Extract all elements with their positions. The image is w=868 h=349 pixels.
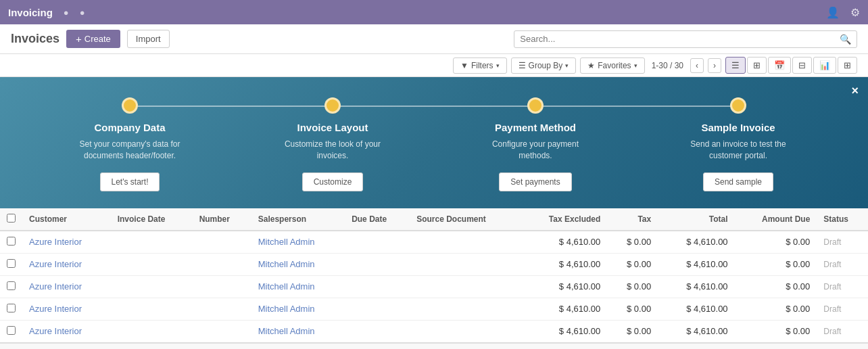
search-bar: 🔍 (514, 30, 857, 48)
status-badge: Draft (823, 282, 841, 292)
row-checkbox[interactable] (7, 237, 16, 246)
table-row: Azure Interior Mitchell Admin $ 4,610.00… (0, 298, 868, 320)
status-badge: Draft (823, 237, 841, 247)
cell-salesperson[interactable]: Mitchell Admin (251, 253, 345, 275)
salesperson-link[interactable]: Mitchell Admin (258, 259, 315, 269)
col-customer[interactable]: Customer (22, 208, 111, 231)
step-btn-4[interactable]: Send sample (703, 172, 773, 191)
row-checkbox-cell[interactable] (0, 253, 22, 275)
salesperson-link[interactable]: Mitchell Admin (258, 281, 315, 292)
filters-button[interactable]: ▼ Filters ▾ (453, 57, 507, 74)
cell-number (193, 320, 251, 343)
step-btn-1[interactable]: Let's start! (100, 172, 160, 191)
groupby-label: Group By (529, 61, 563, 70)
wizard-step-company: Company Data Set your company's data for… (28, 97, 231, 191)
cell-invoice-date (111, 320, 193, 343)
status-badge: Draft (823, 260, 841, 269)
user-icon[interactable]: 👤 (826, 6, 840, 19)
step-btn-2[interactable]: Customize (302, 172, 364, 191)
kanban-view-button[interactable]: ⊞ (747, 57, 767, 74)
groupby-button[interactable]: ☰ Group By ▾ (511, 57, 577, 74)
salesperson-link[interactable]: Mitchell Admin (258, 326, 315, 336)
groupby-icon: ☰ (519, 61, 526, 70)
create-button[interactable]: Create (66, 30, 120, 48)
import-button[interactable]: Import (127, 30, 170, 48)
salesperson-link[interactable]: Mitchell Admin (258, 304, 315, 314)
cell-due-date (345, 275, 410, 298)
row-checkbox[interactable] (7, 326, 16, 335)
step-btn-3[interactable]: Set payments (499, 172, 571, 191)
col-number[interactable]: Number (193, 208, 251, 231)
nav-icon-2: ● (80, 7, 85, 18)
favorites-button[interactable]: ★ Favorites ▾ (580, 57, 644, 74)
status-badge: Draft (823, 327, 841, 336)
wizard-close-button[interactable]: × (851, 84, 859, 98)
cell-customer[interactable]: Azure Interior (22, 320, 111, 343)
wizard-step-payment: Payment Method Configure your payment me… (434, 97, 637, 191)
cell-source-doc (410, 320, 521, 343)
pivot-view-button[interactable]: ⊟ (792, 57, 812, 74)
next-page-button[interactable]: › (708, 58, 721, 73)
wizard-step-sample: Sample Invoice Send an invoice to test t… (637, 97, 840, 191)
top-nav: Invoicing ● ● 👤 ⚙ (0, 0, 868, 24)
row-checkbox[interactable] (7, 281, 16, 290)
step-desc-3: Configure your payment methods. (475, 139, 596, 162)
col-due-date[interactable]: Due Date (345, 208, 410, 231)
step-dot-4 (730, 97, 746, 114)
status-badge: Draft (823, 304, 841, 314)
table-row: Azure Interior Mitchell Admin $ 4,610.00… (0, 320, 868, 343)
cell-due-date (345, 231, 410, 254)
list-view-button[interactable]: ☰ (725, 57, 746, 74)
step-desc-1: Set your company's data for documents he… (69, 139, 191, 162)
cell-salesperson[interactable]: Mitchell Admin (251, 298, 345, 320)
prev-page-button[interactable]: ‹ (690, 58, 704, 73)
col-amount-due[interactable]: Amount Due (735, 208, 817, 231)
cell-customer[interactable]: Azure Interior (22, 231, 111, 254)
col-salesperson[interactable]: Salesperson (251, 208, 345, 231)
cell-tax-excluded: $ 4,610.00 (521, 275, 608, 298)
cell-salesperson[interactable]: Mitchell Admin (251, 275, 345, 298)
select-all-checkbox[interactable] (7, 214, 16, 223)
cell-status: Draft (817, 275, 868, 298)
cell-salesperson[interactable]: Mitchell Admin (251, 231, 345, 254)
customer-link[interactable]: Azure Interior (29, 281, 82, 292)
search-input[interactable] (520, 34, 840, 44)
col-total[interactable]: Total (658, 208, 734, 231)
row-checkbox-cell[interactable] (0, 275, 22, 298)
step-dot-2 (324, 97, 341, 114)
cell-customer[interactable]: Azure Interior (22, 298, 111, 320)
row-checkbox-cell[interactable] (0, 320, 22, 343)
grid-view-button[interactable]: ⊞ (838, 57, 857, 74)
col-invoice-date[interactable]: Invoice Date (111, 208, 193, 231)
chart-view-button[interactable]: 📊 (813, 57, 836, 74)
cell-customer[interactable]: Azure Interior (22, 253, 111, 275)
select-all-header[interactable] (0, 208, 22, 231)
cell-tax: $ 0.00 (607, 320, 658, 343)
cell-status: Draft (817, 253, 868, 275)
customer-link[interactable]: Azure Interior (29, 304, 82, 314)
cell-invoice-date (111, 253, 193, 275)
customer-link[interactable]: Azure Interior (29, 237, 82, 247)
customer-link[interactable]: Azure Interior (29, 326, 82, 336)
cell-invoice-date (111, 231, 193, 254)
step-desc-4: Send an invoice to test the customer por… (677, 139, 799, 162)
row-checkbox-cell[interactable] (0, 231, 22, 254)
cell-tax-excluded: $ 4,610.00 (521, 253, 608, 275)
cell-total: $ 4,610.00 (658, 253, 734, 275)
row-checkbox-cell[interactable] (0, 298, 22, 320)
cell-salesperson[interactable]: Mitchell Admin (251, 320, 345, 343)
calendar-view-button[interactable]: 📅 (768, 57, 791, 74)
col-tax-excluded[interactable]: Tax Excluded (521, 208, 608, 231)
col-tax[interactable]: Tax (607, 208, 658, 231)
cell-number (193, 253, 251, 275)
filters-caret: ▾ (496, 62, 500, 69)
customer-link[interactable]: Azure Interior (29, 259, 82, 269)
cell-due-date (345, 253, 410, 275)
col-source-doc[interactable]: Source Document (410, 208, 521, 231)
cell-customer[interactable]: Azure Interior (22, 275, 111, 298)
salesperson-link[interactable]: Mitchell Admin (258, 237, 315, 247)
row-checkbox[interactable] (7, 304, 16, 312)
settings-icon[interactable]: ⚙ (850, 6, 860, 19)
col-status[interactable]: Status (817, 208, 868, 231)
row-checkbox[interactable] (7, 259, 16, 268)
